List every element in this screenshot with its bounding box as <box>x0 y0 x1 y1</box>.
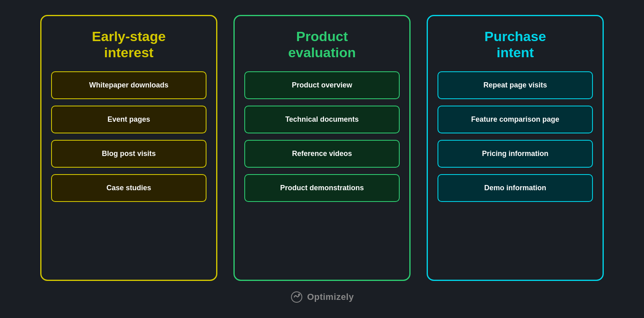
svg-point-0 <box>291 292 302 302</box>
card-product-evaluation-1: Technical documents <box>244 106 400 133</box>
card-purchase-intent-1: Feature comparison page <box>438 106 593 133</box>
optimizely-icon <box>290 291 303 303</box>
card-label-purchase-intent-2: Pricing information <box>482 150 548 158</box>
brand-logo: Optimizely <box>290 291 354 303</box>
card-early-stage-3: Case studies <box>51 174 206 202</box>
title-product-evaluation: Product evaluation <box>288 28 356 61</box>
card-purchase-intent-2: Pricing information <box>438 140 593 168</box>
card-label-early-stage-0: Whitepaper downloads <box>89 81 168 89</box>
brand-name: Optimizely <box>307 292 354 302</box>
card-label-product-evaluation-3: Product demonstrations <box>280 184 364 192</box>
card-label-early-stage-3: Case studies <box>106 184 151 192</box>
card-early-stage-2: Blog post visits <box>51 140 206 168</box>
card-product-evaluation-3: Product demonstrations <box>244 174 400 202</box>
card-label-early-stage-2: Blog post visits <box>102 150 156 158</box>
footer: Optimizely <box>290 291 354 303</box>
card-label-purchase-intent-0: Repeat page visits <box>483 81 547 89</box>
svg-point-1 <box>298 293 300 295</box>
card-early-stage-0: Whitepaper downloads <box>51 71 206 99</box>
card-label-product-evaluation-1: Technical documents <box>285 115 359 124</box>
column-product-evaluation: Product evaluationProduct overviewTechni… <box>233 15 411 281</box>
card-label-product-evaluation-2: Reference videos <box>292 150 352 158</box>
card-label-early-stage-1: Event pages <box>107 115 150 124</box>
card-label-purchase-intent-3: Demo information <box>484 184 546 192</box>
card-purchase-intent-0: Repeat page visits <box>438 71 593 99</box>
column-purchase-intent: Purchase intentRepeat page visitsFeature… <box>427 15 604 281</box>
card-label-purchase-intent-1: Feature comparison page <box>471 115 559 124</box>
column-early-stage: Early-stage interestWhitepaper downloads… <box>40 15 217 281</box>
card-product-evaluation-2: Reference videos <box>244 140 400 168</box>
card-product-evaluation-0: Product overview <box>244 71 400 99</box>
main-content: Early-stage interestWhitepaper downloads… <box>0 15 644 281</box>
card-purchase-intent-3: Demo information <box>438 174 593 202</box>
title-purchase-intent: Purchase intent <box>484 28 546 61</box>
card-label-product-evaluation-0: Product overview <box>292 81 352 89</box>
title-early-stage: Early-stage interest <box>92 28 165 61</box>
card-early-stage-1: Event pages <box>51 106 206 133</box>
